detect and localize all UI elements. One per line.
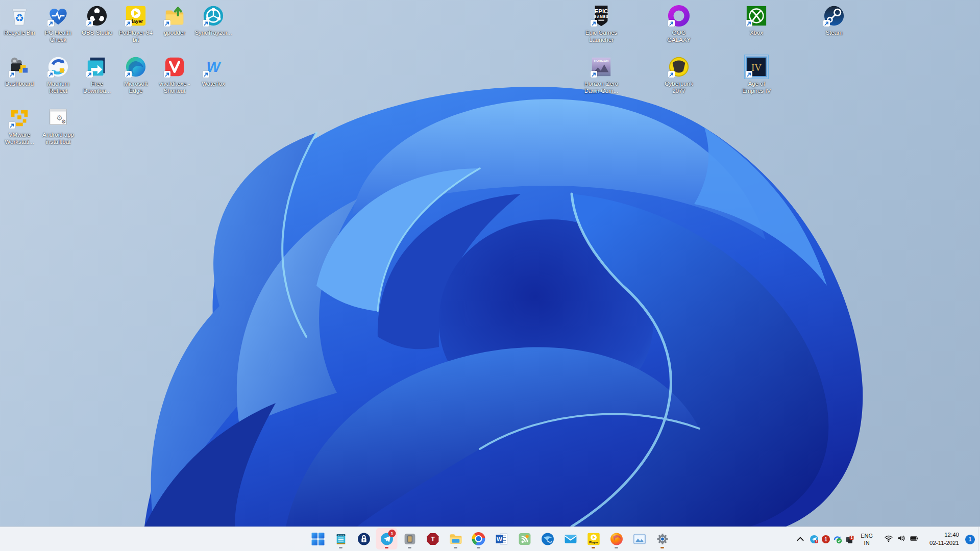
desktop-icon-label: Free Downloa... [78,80,116,94]
desktop-icon-dashboard[interactable]: Dashboard [0,55,39,87]
svg-text:1: 1 [824,537,827,542]
desktop-icon-vivaldi-shortcut[interactable]: vivaldi.exe - Shortcut [155,55,194,94]
taskbar-telegram[interactable]: 1 [376,528,398,549]
svg-text:W: W [496,536,502,542]
shortcut-arrow-icon [86,20,93,27]
tray-telegram-tray-icon[interactable]: 1 [809,535,819,544]
notification-count-badge[interactable]: 1 [965,535,975,544]
desktop-icon-xbox[interactable]: Xbox [737,4,776,36]
desktop-icon-label: gpodder [155,29,194,36]
svg-text:1: 1 [850,536,852,539]
clock-button[interactable]: 12:40 02-11-2021 [924,529,964,549]
svg-text:♻: ♻ [15,12,24,23]
shortcut-arrow-icon [9,71,15,78]
steam-icon [822,4,846,28]
desktop-icon-synctrayzor[interactable]: SyncTrayzor... [194,4,233,36]
shortcut-arrow-icon [164,71,170,78]
desktop-icon-vmware-workstation[interactable]: VMware Workstati... [0,106,39,145]
desktop-icon-macrium-reflect[interactable]: Macrium Reflect [39,55,78,94]
tray-sync-app-icon[interactable] [832,535,842,544]
telegram-badge: 1 [388,530,396,537]
desktop-icon-label: Microsoft Edge [116,80,155,94]
taskbar-potplayer[interactable]: Player [583,528,604,549]
desktop-icon-gog-galaxy[interactable]: GOG GALAXY [659,4,698,43]
svg-text:1: 1 [816,540,817,543]
network-volume-battery-button[interactable] [878,529,924,549]
desktop-icon-pc-health-check[interactable]: PC Health Check [39,4,78,43]
photos-icon [632,532,646,546]
keepass-icon [357,532,371,546]
shortcut-arrow-icon [164,20,170,27]
horizon-zero-dawn-icon: HORIZON [590,55,613,79]
desktop-icon-steam[interactable]: Steam [815,4,853,36]
start-button-icon [311,532,325,546]
taskbar-word[interactable]: W [491,528,512,549]
shortcut-arrow-icon [823,20,830,27]
recycle-bin-icon: ♻ [8,4,31,28]
desktop-icon-potplayer-64-bit[interactable]: PlayerPotPlayer 64 bit [116,4,155,43]
potplayer-icon: Player [586,532,600,546]
age-of-empires-iv-icon: IV [745,55,768,79]
shortcut-arrow-icon [86,71,93,78]
desktop-icon-obs-studio[interactable]: OBS Studio [78,4,116,36]
desktop-icon-free-download-manager[interactable]: Free Downloa... [78,55,116,94]
taskbar-start-button[interactable] [307,528,329,549]
chrome-icon [472,532,485,545]
desktop-icon-waterfox[interactable]: WWaterfox [194,55,233,87]
taskbar-rss-reader[interactable] [514,528,535,549]
taskbar-t-app[interactable]: T [422,528,444,549]
mail-icon [564,532,577,546]
taskbar-firefox[interactable] [606,528,627,549]
language-line2: IN [861,539,873,546]
show-desktop-button[interactable] [978,527,980,551]
vivaldi-shortcut-icon [163,55,186,79]
macrium-reflect-icon [46,55,70,79]
desktop-icon-label: Dashboard [0,80,39,87]
desktop-icon-label: Steam [815,29,853,36]
svg-text:HORIZON: HORIZON [594,59,609,62]
desktop-icon-gpodder[interactable]: gpodder [155,4,194,36]
desktop-icon-label: Macrium Reflect [39,80,78,94]
shortcut-arrow-icon [125,20,132,27]
desktop-icon-cyberpunk-2077[interactable]: Cyberpunk 2077 [659,55,698,94]
shortcut-arrow-icon [668,20,675,27]
language-line1: ENG [861,532,873,539]
desktop-icon-recycle-bin[interactable]: ♻Recycle Bin [0,4,39,36]
shortcut-arrow-icon [203,71,209,78]
desktop-icon-label: PC Health Check [39,29,78,43]
cyberpunk-2077-icon [667,55,691,79]
desktop-icon-label: VMware Workstati... [0,131,39,145]
taskbar-settings[interactable] [652,528,673,549]
taskbar-photos[interactable] [629,528,650,549]
desktop-icon-horizon-zero-dawn[interactable]: HORIZONHorizon Zero Dawn Com... [582,55,621,94]
firefox-icon [609,532,623,546]
desktop-icon-label: Xbox [737,29,776,36]
taskbar-notes-app[interactable] [330,528,352,549]
tray-date: 02-11-2021 [929,539,959,547]
word-icon: W [495,532,508,546]
taskbar-phone-app[interactable] [399,528,421,549]
desktop-icon-label: Waterfox [194,80,233,87]
tray-chevron-button[interactable] [792,529,808,549]
desktop-icon-epic-games-launcher[interactable]: EPICGAMESEpic Games Launcher [582,4,621,43]
taskbar-file-explorer[interactable] [445,528,467,549]
system-tray: 111 ENG IN [792,527,978,551]
language-indicator[interactable]: ENG IN [855,529,878,549]
file-explorer-icon [449,532,462,546]
tray-badged-app-icon[interactable]: 1 [844,535,854,544]
desktop-icon-microsoft-edge[interactable]: Microsoft Edge [116,55,155,94]
running-indicator [615,547,618,548]
taskbar-chrome[interactable] [468,528,489,549]
taskbar-thunderbird[interactable] [537,528,558,549]
desktop-icon-label: OBS Studio [78,29,116,36]
desktop-icon-label: vivaldi.exe - Shortcut [155,80,194,94]
running-indicator [385,547,388,548]
taskbar-keepass[interactable] [353,528,375,549]
tray-unread-count-icon[interactable]: 1 [821,535,830,544]
desktop-icon-age-of-empires-iv[interactable]: IVAge of Empires IV [737,55,776,94]
chevron-up-icon [795,535,805,544]
desktop-icon-android-app-install[interactable]: ⚙⚙Android app install.bat [39,106,78,145]
taskbar-mail[interactable] [560,528,581,549]
running-indicator [660,547,664,548]
svg-text:Player: Player [589,541,598,544]
